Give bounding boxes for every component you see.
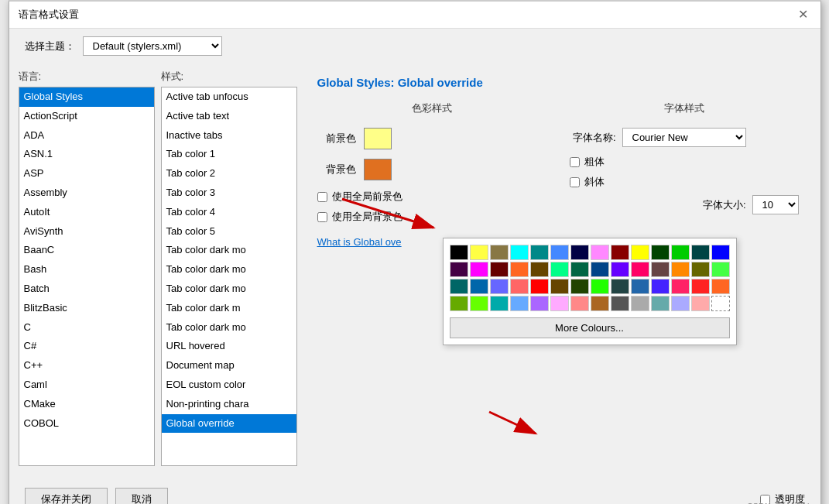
style-list-item[interactable]: EOL custom color: [162, 375, 296, 395]
style-list-item[interactable]: Tab color dark mo: [162, 318, 296, 338]
color-cell[interactable]: [631, 279, 649, 294]
color-cell[interactable]: [611, 279, 629, 294]
color-cell[interactable]: [631, 296, 649, 311]
style-list-item[interactable]: Tab color 4: [162, 203, 296, 222]
color-cell[interactable]: [570, 279, 589, 294]
color-cell[interactable]: [711, 245, 730, 260]
language-list-item[interactable]: ASP: [19, 164, 154, 183]
color-cell[interactable]: [490, 296, 509, 311]
style-list-item[interactable]: Tab color dark m: [162, 299, 296, 318]
color-cell[interactable]: [530, 262, 549, 277]
color-cell[interactable]: [490, 262, 509, 277]
style-list-item[interactable]: Inactive tabs: [162, 126, 296, 146]
color-cell[interactable]: [470, 296, 488, 311]
color-cell[interactable]: [450, 245, 468, 260]
color-cell[interactable]: [470, 245, 488, 260]
color-cell[interactable]: [510, 245, 529, 260]
color-cell[interactable]: [450, 279, 468, 294]
style-list[interactable]: Active tab unfocusActive tab textInactiv…: [161, 87, 297, 466]
color-cell[interactable]: [651, 279, 670, 294]
font-size-select[interactable]: 10: [752, 195, 799, 214]
color-cell[interactable]: [671, 296, 690, 311]
language-list-item[interactable]: C++: [19, 356, 154, 375]
style-list-item[interactable]: Tab color 1: [162, 145, 296, 164]
color-cell[interactable]: [611, 245, 629, 260]
use-global-fg-checkbox[interactable]: [317, 192, 327, 202]
color-cell[interactable]: [530, 245, 549, 260]
color-cell[interactable]: [711, 262, 730, 277]
color-cell[interactable]: [691, 262, 710, 277]
color-cell[interactable]: [570, 296, 589, 311]
language-list-item[interactable]: ASN.1: [19, 145, 154, 164]
theme-select[interactable]: Default (stylers.xml): [83, 36, 222, 56]
bold-checkbox[interactable]: [570, 157, 580, 167]
foreground-color-swatch[interactable]: [364, 128, 392, 149]
language-list-item[interactable]: Batch: [19, 279, 154, 299]
color-cell[interactable]: [691, 245, 710, 260]
color-cell[interactable]: [591, 296, 609, 311]
color-cell[interactable]: [671, 262, 690, 277]
color-cell[interactable]: [510, 296, 529, 311]
color-cell[interactable]: [510, 279, 529, 294]
style-list-item[interactable]: Tab color 3: [162, 183, 296, 203]
language-list-item[interactable]: C: [19, 318, 154, 338]
style-list-item[interactable]: Active tab unfocus: [162, 87, 296, 107]
style-list-item[interactable]: Active tab text: [162, 107, 296, 126]
color-cell[interactable]: [490, 245, 509, 260]
language-list-item[interactable]: COBOL: [19, 414, 154, 434]
language-list-item[interactable]: AutoIt: [19, 203, 154, 222]
more-colors-button[interactable]: More Colours...: [450, 317, 730, 338]
language-list-item[interactable]: CMake: [19, 395, 154, 414]
color-cell[interactable]: [530, 296, 549, 311]
color-cell[interactable]: [550, 296, 569, 311]
style-list-item[interactable]: Non-printing chara: [162, 395, 296, 414]
style-list-item[interactable]: Tab color dark mo: [162, 279, 296, 299]
color-cell[interactable]: [591, 279, 609, 294]
language-list-item[interactable]: Assembly: [19, 183, 154, 203]
color-cell[interactable]: [591, 262, 609, 277]
language-list-item[interactable]: ActionScript: [19, 107, 154, 126]
save-close-button[interactable]: 保存并关闭: [25, 488, 108, 504]
color-cell[interactable]: [530, 279, 549, 294]
italic-checkbox[interactable]: [570, 177, 580, 187]
font-name-select[interactable]: Courier New: [622, 128, 746, 147]
language-list-item[interactable]: BlitzBasic: [19, 299, 154, 318]
language-list-item[interactable]: C#: [19, 337, 154, 356]
color-cell[interactable]: [450, 262, 468, 277]
language-list-item[interactable]: Global Styles: [19, 87, 154, 107]
style-list-item[interactable]: Document map: [162, 356, 296, 375]
color-cell[interactable]: [671, 245, 690, 260]
color-cell[interactable]: [691, 296, 710, 311]
global-override-link[interactable]: What is Global ove: [317, 236, 402, 248]
language-list-item[interactable]: ADA: [19, 126, 154, 146]
color-cell[interactable]: [631, 262, 649, 277]
style-list-item[interactable]: Tab color 2: [162, 164, 296, 183]
close-button[interactable]: ✕: [795, 9, 811, 21]
color-cell[interactable]: [570, 262, 589, 277]
color-cell[interactable]: [490, 279, 509, 294]
style-list-item[interactable]: Tab color dark mo: [162, 260, 296, 279]
background-color-swatch[interactable]: [364, 159, 392, 180]
use-global-bg-checkbox[interactable]: [317, 212, 327, 222]
color-cell[interactable]: [691, 279, 710, 294]
color-cell[interactable]: [671, 279, 690, 294]
color-cell[interactable]: [711, 296, 730, 311]
style-list-item[interactable]: Tab color 5: [162, 222, 296, 242]
color-cell[interactable]: [470, 262, 488, 277]
language-list-item[interactable]: AviSynth: [19, 222, 154, 242]
color-cell[interactable]: [550, 245, 569, 260]
color-cell[interactable]: [651, 296, 670, 311]
color-cell[interactable]: [611, 296, 629, 311]
color-cell[interactable]: [470, 279, 488, 294]
language-list[interactable]: Global StylesActionScriptADAASN.1ASPAsse…: [19, 87, 155, 466]
color-cell[interactable]: [591, 245, 609, 260]
cancel-button[interactable]: 取消: [115, 488, 168, 504]
color-cell[interactable]: [510, 262, 529, 277]
style-list-item[interactable]: Tab color dark mo: [162, 241, 296, 260]
color-cell[interactable]: [550, 279, 569, 294]
color-cell[interactable]: [711, 279, 730, 294]
style-list-item[interactable]: URL hovered: [162, 337, 296, 356]
color-cell[interactable]: [651, 245, 670, 260]
language-list-item[interactable]: BaanC: [19, 241, 154, 260]
color-cell[interactable]: [450, 296, 468, 311]
